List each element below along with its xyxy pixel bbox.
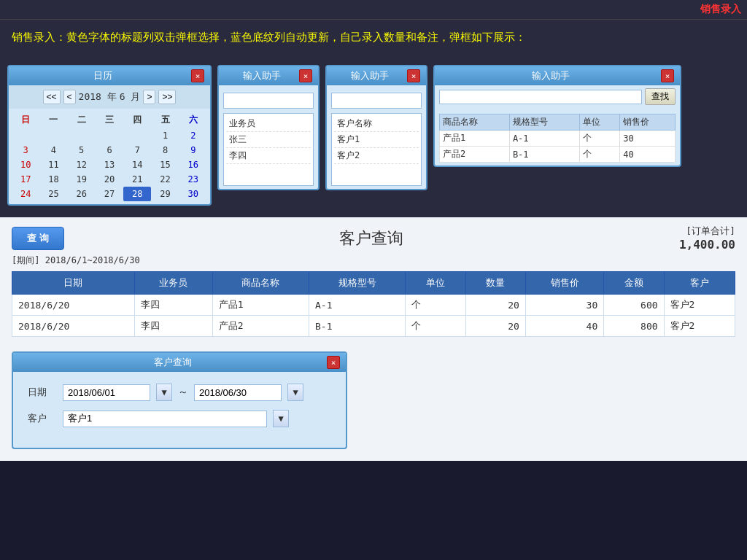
col-spec: 规格型号 <box>309 272 406 295</box>
cell-qty: 20 <box>465 316 525 337</box>
cal-cell[interactable]: 3 <box>12 143 39 158</box>
cal-cell[interactable]: 16 <box>179 158 207 172</box>
date-label: 日期 <box>28 386 57 399</box>
input-helper-3-search[interactable] <box>439 90 642 104</box>
cal-cell[interactable]: 29 <box>151 187 179 201</box>
cal-cell[interactable]: 20 <box>96 172 123 187</box>
cal-cell[interactable] <box>12 128 39 143</box>
cal-cell[interactable]: 27 <box>96 187 123 201</box>
input-helper-1-close[interactable]: × <box>299 69 312 82</box>
cal-cell[interactable]: 26 <box>68 187 96 201</box>
list-item[interactable]: 李四 <box>226 148 311 164</box>
cell-product: 产品2 <box>440 147 510 163</box>
cal-cell[interactable]: 15 <box>151 158 179 172</box>
input-helper-2-list: 客户名称 客户1 客户2 <box>331 113 422 186</box>
customer-dropdown[interactable]: ▼ <box>273 410 289 427</box>
cell-spec: B-1 <box>309 316 406 337</box>
calendar-close-btn[interactable]: × <box>191 69 204 82</box>
cal-cell[interactable] <box>123 128 151 143</box>
cal-cell[interactable] <box>96 128 123 143</box>
cal-cell[interactable]: 12 <box>68 158 96 172</box>
date-to-dropdown[interactable]: ▼ <box>287 384 303 401</box>
list-item[interactable]: 业务员 <box>226 116 311 132</box>
description-text: 销售录入：黄色字体的标题列双击弹框选择，蓝色底纹列自动更新，自己录入数量和备注，… <box>12 31 526 44</box>
cal-cell[interactable]: 10 <box>12 158 39 172</box>
data-table-header: 日期 业务员 商品名称 规格型号 单位 数量 销售价 金额 客户 <box>12 272 735 295</box>
customer-input[interactable] <box>63 411 267 427</box>
cal-cell[interactable]: 13 <box>96 158 123 172</box>
input-helper-1-search[interactable] <box>223 93 314 109</box>
cal-cell[interactable]: 11 <box>39 158 67 172</box>
cal-month-display: 6 月 <box>120 90 141 104</box>
customer-label: 客户 <box>28 412 57 425</box>
list-item[interactable]: 客户1 <box>334 132 419 148</box>
cell-amount: 800 <box>604 316 664 337</box>
cal-cell[interactable]: 21 <box>123 172 151 187</box>
cal-cell-today[interactable]: 28 <box>123 187 151 201</box>
calendar-nav: << < 2018 年 6 月 > >> <box>9 85 210 109</box>
cell-unit: 个 <box>579 131 620 147</box>
cell-staff: 李四 <box>134 316 212 337</box>
cal-next-btn[interactable]: > <box>143 90 155 104</box>
query-section: 查 询 客户查询 [订单合计] 1,400.00 [期间] 2018/6/1~2… <box>0 217 747 344</box>
cal-first-btn[interactable]: << <box>43 90 61 104</box>
cal-cell[interactable]: 6 <box>96 143 123 158</box>
cal-cell[interactable]: 25 <box>39 187 67 201</box>
cal-cell[interactable]: 4 <box>39 143 67 158</box>
cal-cell[interactable]: 9 <box>179 143 207 158</box>
order-total-value: 1,400.00 <box>679 238 735 252</box>
cal-cell[interactable]: 7 <box>123 143 151 158</box>
table-row[interactable]: 2018/6/20 李四 产品1 A-1 个 20 30 600 客户2 <box>12 295 735 316</box>
period-label: [期间] 2018/6/1~2018/6/30 <box>12 254 735 267</box>
cell-staff: 李四 <box>134 295 212 316</box>
calendar-titlebar: 日历 × <box>9 66 210 85</box>
cell-price: 40 <box>525 316 603 337</box>
col-date: 日期 <box>12 272 135 295</box>
cal-cell[interactable] <box>68 128 96 143</box>
input-helper-2-search[interactable] <box>331 93 422 109</box>
list-item[interactable]: 张三 <box>226 132 311 148</box>
cal-cell[interactable]: 2 <box>179 128 207 143</box>
cal-cell[interactable]: 22 <box>151 172 179 187</box>
cal-cell[interactable]: 1 <box>151 128 179 143</box>
cal-cell[interactable]: 17 <box>12 172 39 187</box>
table-row[interactable]: 产品1 A-1 个 30 <box>440 131 676 147</box>
date-to-input[interactable] <box>194 384 282 401</box>
cal-cell[interactable]: 5 <box>68 143 96 158</box>
cal-cell[interactable]: 18 <box>39 172 67 187</box>
input-helper-2-title: 输入助手 <box>333 69 407 82</box>
list-item[interactable]: 客户2 <box>334 148 419 164</box>
date-from-input[interactable] <box>63 384 150 401</box>
cal-cell[interactable]: 8 <box>151 143 179 158</box>
table-row[interactable]: 2018/6/20 李四 产品2 B-1 个 20 40 800 客户2 <box>12 316 735 337</box>
customer-query-close[interactable]: × <box>327 356 340 369</box>
col-header-unit: 单位 <box>579 114 620 131</box>
cal-last-btn[interactable]: >> <box>158 90 176 104</box>
cal-cell[interactable]: 19 <box>68 172 96 187</box>
input-helper-2-close[interactable]: × <box>407 69 420 82</box>
query-button[interactable]: 查 询 <box>12 227 64 250</box>
cell-unit: 个 <box>579 147 620 163</box>
cal-hdr-fri: 五 <box>151 112 179 128</box>
date-from-dropdown[interactable]: ▼ <box>156 384 172 401</box>
input-helper-3-search-btn[interactable]: 查找 <box>645 88 676 105</box>
cell-product: 产品1 <box>440 131 510 147</box>
calendar-title: 日历 <box>15 69 191 82</box>
cal-cell[interactable] <box>39 128 67 143</box>
list-item[interactable]: 客户名称 <box>334 116 419 132</box>
col-price: 销售价 <box>525 272 603 295</box>
input-helper-3-close[interactable]: × <box>661 69 674 82</box>
cal-cell[interactable]: 24 <box>12 187 39 201</box>
table-row[interactable]: 产品2 B-1 个 40 <box>440 147 676 163</box>
cell-unit: 个 <box>406 316 465 337</box>
cal-cell[interactable]: 23 <box>179 172 207 187</box>
top-bar-label: 销售录入 <box>700 3 741 15</box>
cal-header-row: 日 一 二 三 四 五 六 <box>12 112 207 128</box>
date-field-row: 日期 ▼ ～ ▼ <box>28 384 331 401</box>
table-header-row: 商品名称 规格型号 单位 销售价 <box>440 114 676 131</box>
cell-product: 产品1 <box>212 295 309 316</box>
cal-prev-btn[interactable]: < <box>63 90 76 104</box>
cal-cell[interactable]: 14 <box>123 158 151 172</box>
cal-cell[interactable]: 30 <box>179 187 207 201</box>
cell-date: 2018/6/20 <box>12 295 135 316</box>
